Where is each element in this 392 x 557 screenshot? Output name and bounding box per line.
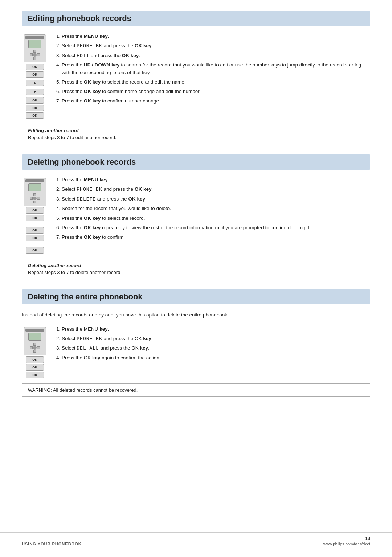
nav-button-2: ▼ (26, 89, 44, 95)
device-image-all: OK OK OK (22, 327, 48, 378)
footer: USING YOUR PHONEBOOK 13 www.philips.com/… (0, 532, 392, 546)
deleting-content: OK OK OK OK OK Press the MENU key. Selec… (22, 176, 370, 254)
deleting-note-text: Repeat steps 3 to 7 to delete another re… (28, 270, 364, 275)
editing-steps: Press the MENU key. Select PHONE BK and … (54, 33, 370, 107)
editing-steps-list: Press the MENU key. Select PHONE BK and … (54, 33, 370, 105)
device-menu-bar (25, 36, 44, 39)
deleting-step-4: Search for the record that you would lik… (62, 205, 370, 212)
all-step-3: Select DEL ALL and press the OK key. (62, 344, 370, 352)
del-ok-button-5: OK (26, 247, 44, 254)
footer-right-group: 13 www.philips.com/faqs/dect (323, 536, 370, 546)
all-ok-button-3: OK (26, 372, 44, 378)
deleting-all-steps-list: Press the MENU key. Select PHONE BK and … (54, 326, 370, 362)
editing-step-3: Select EDIT and press the OK key. (62, 52, 370, 60)
editing-step-6: Press the OK key to confirm name change … (62, 88, 370, 95)
dpad-left-3 (30, 346, 33, 349)
deleting-title: Deleting phonebook records (22, 154, 370, 170)
del-ok-button-3: OK (26, 227, 44, 234)
nav-button: ▲ (26, 80, 44, 86)
all-step-2: Select PHONE BK and press the OK key. (62, 335, 370, 343)
dpad-up (33, 50, 36, 53)
editing-note-box: Editing another record Repeat steps 3 to… (22, 124, 370, 144)
deleting-all-content: OK OK OK Press the MENU key. Select PHON… (22, 326, 370, 378)
deleting-all-section: Deleting the entire phonebook Instead of… (22, 289, 370, 397)
deleting-all-intro: Instead of deleting the records one by o… (22, 311, 370, 319)
device-top-3 (24, 327, 46, 355)
all-ok-button-2: OK (26, 364, 44, 371)
footer-page-number: 13 (365, 536, 370, 541)
deleting-step-6: Press the OK key repeatedly to view the … (62, 224, 370, 231)
del-ok-button-4: OK (26, 235, 44, 241)
editing-section: Editing phonebook records OK OK ▲ ▼ OK O… (22, 11, 370, 144)
del-ok-button-2: OK (26, 215, 44, 221)
deleting-steps: Press the MENU key. Select PHONE BK and … (54, 176, 370, 243)
dpad-center-3 (33, 346, 37, 350)
dpad-down-2 (33, 201, 36, 203)
dpad-center-2 (33, 197, 37, 200)
deleting-step-5: Press the OK key to select the record. (62, 215, 370, 222)
dpad-right-2 (37, 197, 40, 200)
deleting-step-1: Press the MENU key. (62, 176, 370, 183)
device-screen-2 (28, 183, 41, 191)
device-top-2 (24, 178, 46, 206)
ok-button-5: OK (26, 112, 44, 119)
warning-text: WARNING: All deleted records cannot be r… (28, 387, 138, 393)
dpad-down (33, 57, 36, 60)
dpad-left-2 (30, 197, 33, 200)
deleting-note-title: Deleting another record (28, 263, 364, 268)
editing-content: OK OK ▲ ▼ OK OK OK Press the MENU key. S… (22, 33, 370, 119)
deleting-steps-list: Press the MENU key. Select PHONE BK and … (54, 176, 370, 241)
device-dpad-3 (30, 343, 40, 353)
device-dpad (30, 50, 40, 60)
all-step-4: Press the OK key again to confirm the ac… (62, 354, 370, 362)
all-step-1: Press the MENU key. (62, 326, 370, 333)
dpad-left (30, 53, 33, 56)
footer-url: www.philips.com/faqs/dect (323, 542, 370, 546)
all-ok-button-1: OK (26, 356, 44, 363)
device-top (24, 34, 46, 62)
dpad-center (33, 53, 37, 57)
deleting-all-steps: Press the MENU key. Select PHONE BK and … (54, 326, 370, 364)
editing-step-5: Press the OK key to select the record an… (62, 78, 370, 86)
device-dpad-2 (30, 193, 40, 203)
deleting-section: Deleting phonebook records OK OK OK OK (22, 154, 370, 279)
dpad-down-3 (33, 350, 36, 353)
ok-button-2: OK (26, 71, 44, 78)
dpad-up-2 (33, 193, 36, 196)
editing-note-title: Editing another record (28, 128, 364, 133)
ok-button-3: OK (26, 97, 44, 104)
deleting-step-7: Press the OK key to confirm. (62, 234, 370, 241)
editing-step-1: Press the MENU key. (62, 33, 370, 40)
dpad-right (37, 53, 40, 56)
device-menu-bar-3 (25, 329, 44, 332)
editing-step-2: Select PHONE BK and press the OK key. (62, 42, 370, 50)
device-image-editing: OK OK ▲ ▼ OK OK OK (22, 34, 48, 119)
footer-center-label: USING YOUR PHONEBOOK (22, 542, 82, 546)
editing-title: Editing phonebook records (22, 11, 370, 26)
editing-step-7: Press the OK key to confirm number chang… (62, 97, 370, 105)
dpad-right-3 (37, 346, 40, 349)
ok-button-1: OK (26, 64, 44, 70)
device-screen-3 (28, 333, 41, 341)
deleting-step-3: Select DELETE and press the OK key. (62, 195, 370, 203)
warning-box: WARNING: All deleted records cannot be r… (22, 383, 370, 397)
del-ok-button-1: OK (26, 207, 44, 214)
editing-step-4: Press the UP / DOWN key to search for th… (62, 61, 370, 76)
deleting-note-box: Deleting another record Repeat steps 3 t… (22, 259, 370, 279)
editing-note-text: Repeat steps 3 to 7 to edit another reco… (28, 135, 364, 140)
device-image-deleting: OK OK OK OK OK (22, 178, 48, 254)
deleting-all-title: Deleting the entire phonebook (22, 289, 370, 304)
dpad-up-3 (33, 343, 36, 346)
deleting-step-2: Select PHONE BK and press the OK key. (62, 186, 370, 193)
device-menu-bar-2 (25, 179, 44, 182)
ok-button-4: OK (26, 105, 44, 111)
device-screen (28, 40, 41, 48)
